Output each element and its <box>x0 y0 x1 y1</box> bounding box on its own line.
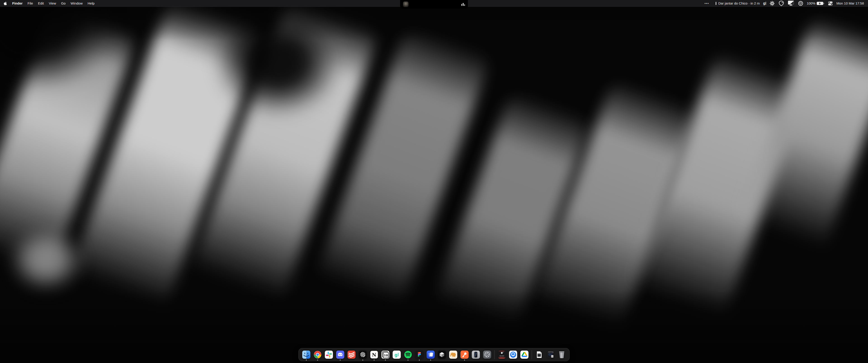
raycast-icon: raycast <box>498 350 506 359</box>
apple-icon <box>4 1 7 5</box>
svg-text:N: N <box>372 352 376 358</box>
reminder-menu-item[interactable]: Dar jantar do Chico · in 2 m <box>716 0 760 6</box>
craft-icon <box>426 350 435 359</box>
system-settings-icon <box>483 350 491 359</box>
svg-text:11: 11 <box>551 356 553 358</box>
battery-menu-item[interactable]: 100% <box>807 0 825 6</box>
postgres-icon <box>449 350 458 359</box>
toggles-menu-icon[interactable] <box>828 0 833 6</box>
dock-item-figma[interactable] <box>414 348 425 361</box>
running-indicator <box>362 360 363 361</box>
dock-item-trash[interactable] <box>556 348 567 361</box>
desktop-wallpaper <box>0 0 868 363</box>
dock-item-postman[interactable] <box>459 348 470 361</box>
iphone-mirroring-icon <box>471 350 480 359</box>
menu-file[interactable]: File <box>25 0 35 6</box>
dock-item-spotify[interactable] <box>402 348 414 361</box>
dock-item-spline[interactable] <box>436 348 447 361</box>
dock-item-finder[interactable] <box>301 348 312 361</box>
postman-icon <box>460 350 469 359</box>
document-file-icon <box>535 350 544 359</box>
app-menu-finder[interactable]: Finder <box>10 0 25 6</box>
one-password-icon <box>509 350 518 359</box>
pick-shape-menu-icon[interactable] <box>778 0 784 6</box>
wallpaper-glow <box>9 228 84 291</box>
dock-item-iphone-mirroring[interactable] <box>470 348 482 361</box>
discord-icon <box>336 350 344 359</box>
menu-help[interactable]: Help <box>85 0 97 6</box>
text-caret <box>766 2 766 5</box>
spotify-icon <box>404 350 412 359</box>
audio-visualizer-icon <box>461 3 465 6</box>
dock-item-notion-calendar[interactable]: 10 <box>380 348 391 361</box>
dock-item-craft[interactable] <box>425 348 436 361</box>
spline-icon <box>438 350 446 359</box>
reminder-text: Dar jantar do Chico · in 2 m <box>718 1 760 5</box>
svg-text:raycast: raycast <box>500 355 504 357</box>
figma-icon <box>415 350 424 359</box>
chrome-icon <box>313 350 322 359</box>
notion-calendar-icon: 10 <box>381 350 390 359</box>
google-drive-icon <box>520 350 529 359</box>
overflow-menu-dots[interactable]: ••• <box>705 0 709 6</box>
trash-icon <box>557 350 566 359</box>
downloads-stack-icon: 11 <box>546 350 555 359</box>
dock-item-raycast[interactable]: raycast <box>496 348 507 361</box>
sphere-icon <box>359 350 367 359</box>
running-indicator <box>340 360 341 361</box>
display-mirroring-menu-icon[interactable] <box>788 0 795 6</box>
apple-menu[interactable] <box>0 0 10 6</box>
menu-go[interactable]: Go <box>59 0 68 6</box>
reminder-indicator-bar <box>716 2 716 5</box>
battery-percent: 100% <box>807 1 815 5</box>
now-playing-artwork[interactable] <box>403 2 408 7</box>
dock-item-chrome[interactable] <box>312 348 323 361</box>
running-indicator <box>317 360 318 361</box>
svg-text:10: 10 <box>384 354 388 357</box>
running-indicator <box>374 360 375 361</box>
menu-edit[interactable]: Edit <box>35 0 46 6</box>
menubar-clock[interactable]: Mon 10 Mar 17:58 <box>836 0 864 6</box>
notion-icon: N <box>370 350 378 359</box>
running-indicator <box>306 360 307 361</box>
sunburst-menu-icon[interactable] <box>770 0 775 6</box>
running-indicator <box>385 360 386 361</box>
running-indicator <box>430 360 431 361</box>
dock-item-document-file[interactable] <box>533 348 545 361</box>
running-indicator <box>408 360 408 361</box>
svg-text:g: g <box>395 352 398 357</box>
slack-icon <box>324 350 333 359</box>
dock-item-one-password[interactable] <box>507 348 519 361</box>
battery-icon <box>816 1 825 5</box>
menubar-menus: Finder File Edit View Go Window Help <box>0 0 97 6</box>
running-indicator <box>419 360 420 361</box>
finder-icon <box>302 350 311 359</box>
grammarly-glyph: g <box>763 2 765 5</box>
dock: N10graycast11 <box>298 348 569 361</box>
dock-item-postgres[interactable] <box>447 348 459 361</box>
dock-item-slack[interactable] <box>323 348 335 361</box>
grammarly-menu-icon[interactable]: g <box>763 0 766 6</box>
todoist-icon <box>347 350 356 359</box>
grammarly-icon: g <box>393 350 401 359</box>
menu-window[interactable]: Window <box>68 0 85 6</box>
dock-item-google-drive[interactable] <box>519 348 530 361</box>
dock-item-downloads-stack[interactable]: 11 <box>545 348 556 361</box>
notch-now-playing <box>400 0 468 8</box>
onepassword-menu-icon[interactable] <box>798 0 803 6</box>
dock-item-discord[interactable] <box>335 348 346 361</box>
dock-item-system-settings[interactable] <box>482 348 493 361</box>
menu-view[interactable]: View <box>46 0 59 6</box>
menubar-status-area: ••• Dar jantar do Chico · in 2 m g 100% … <box>705 0 868 6</box>
dock-separator <box>494 350 495 359</box>
dock-item-notion[interactable]: N <box>368 348 380 361</box>
dock-item-todoist[interactable] <box>346 348 357 361</box>
dock-item-sphere[interactable] <box>357 348 368 361</box>
dock-item-grammarly[interactable]: g <box>391 348 402 361</box>
running-indicator <box>464 360 465 361</box>
